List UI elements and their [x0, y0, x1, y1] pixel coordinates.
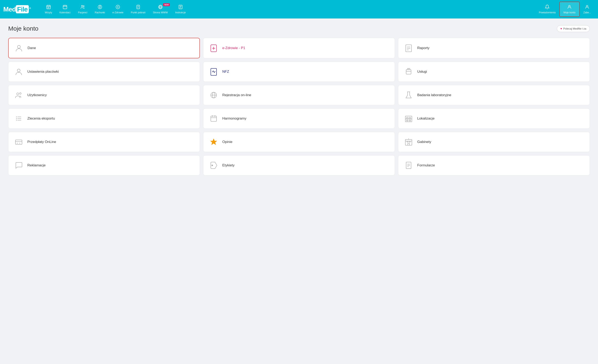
card-etykiety[interactable]: Etykiety — [203, 155, 395, 175]
card-reklamacje[interactable]: Reklamacje — [8, 155, 200, 175]
card-opinie[interactable]: Opinie — [203, 132, 395, 152]
svg-rect-58 — [409, 117, 411, 119]
powiadomienia-label: Powiadomienia — [539, 11, 556, 14]
punkt-pobran-icon — [136, 5, 141, 10]
moje-konto-label: Moje konto — [564, 11, 576, 14]
harmonogramy-label: Harmonogramy — [222, 116, 246, 121]
dane-label: Dane — [28, 46, 36, 50]
nav-moje-konto[interactable]: Moje konto — [559, 2, 580, 17]
card-ezdrowie-p1[interactable]: e-Zdrowie - P1 — [203, 38, 395, 58]
recommend-button[interactable]: ♥ Polecaj Medfile i za — [557, 25, 590, 32]
svg-point-27 — [569, 5, 570, 7]
ustawienia-placowki-label: Ustawienia placówki — [27, 70, 59, 74]
svg-rect-41 — [409, 68, 410, 70]
raporty-label: Raporty — [417, 46, 430, 50]
dane-icon — [14, 44, 24, 52]
nav-zabe[interactable]: Zabe... — [580, 2, 595, 16]
cards-grid: Dane e-Zdrowie - P1 Raporty Ustawienia p… — [8, 38, 590, 175]
gabinety-icon — [404, 138, 413, 146]
przedplaty-icon — [14, 138, 23, 146]
nav-strona-www[interactable]: NEW Strona WWW — [149, 2, 172, 16]
uslugi-label: Usługi — [417, 70, 427, 74]
svg-rect-39 — [406, 70, 411, 74]
svg-marker-66 — [210, 139, 217, 145]
nfz-label: NFZ — [222, 70, 229, 74]
uslugi-icon — [404, 68, 413, 76]
svg-rect-60 — [409, 120, 411, 121]
nav-pacjenci[interactable]: Pacjenci — [74, 2, 91, 16]
punkt-pobran-label: Punkt pobrań — [131, 11, 145, 14]
card-harmonogramy[interactable]: Harmonogramy — [203, 108, 395, 129]
rachunki-icon — [98, 5, 102, 10]
card-uzytkownicy[interactable]: Użytkownicy — [8, 85, 200, 105]
svg-point-10 — [82, 5, 83, 7]
harmonogramy-icon — [209, 114, 218, 123]
nav-rachunki[interactable]: Rachunki — [91, 2, 109, 16]
card-ustawienia-placowki[interactable]: Ustawienia placówki — [8, 62, 200, 82]
svg-rect-70 — [408, 143, 409, 145]
lokalizacje-label: Lokalizacje — [417, 116, 434, 121]
logo-file: File — [16, 5, 29, 13]
opinie-icon — [209, 138, 218, 146]
gabinety-label: Gabinety — [417, 140, 431, 144]
uzytkownicy-icon — [14, 91, 23, 99]
logo-med: Med — [3, 6, 16, 13]
nav-right: Powiadomienia Moje konto Zabe... — [535, 2, 595, 17]
card-badania[interactable]: Badania laboratoryjne — [398, 85, 590, 105]
svg-rect-57 — [407, 117, 408, 119]
zabe-label: Zabe... — [583, 11, 591, 14]
instrukcje-label: Instrukcje — [175, 11, 186, 14]
logo-reg: ® — [29, 7, 31, 9]
badania-icon — [404, 91, 413, 99]
svg-rect-52 — [211, 116, 216, 121]
ezdrowie-p1-label: e-Zdrowie - P1 — [222, 46, 245, 50]
ezdrowie-p1-icon — [209, 44, 218, 52]
formularze-icon — [404, 161, 413, 170]
svg-point-29 — [17, 45, 20, 48]
nav-wizyty[interactable]: Wizyty — [41, 2, 56, 16]
pacjenci-label: Pacjenci — [78, 11, 87, 14]
navbar: MedFile® Wizyty Kalendarz Pacjenci Ra — [0, 0, 598, 18]
card-raporty[interactable]: Raporty — [398, 38, 590, 58]
strona-www-icon — [158, 5, 163, 10]
zabe-icon — [585, 5, 590, 10]
lokalizacje-icon — [404, 114, 413, 123]
svg-rect-67 — [405, 139, 412, 145]
nav-instrukcje[interactable]: Instrukcje — [172, 2, 189, 16]
card-formularze[interactable]: Formularze — [398, 155, 590, 175]
page-header: Moje konto ♥ Polecaj Medfile i za — [8, 25, 590, 32]
card-zlecenia[interactable]: Zlecenia eksportu — [8, 108, 200, 129]
ezdrowie-icon — [115, 5, 120, 10]
logo[interactable]: MedFile® — [3, 6, 36, 13]
reklamacje-icon — [14, 161, 23, 170]
rachunki-label: Rachunki — [95, 11, 105, 14]
svg-point-73 — [212, 165, 213, 166]
zlecenia-icon — [14, 114, 23, 123]
card-lokalizacje[interactable]: Lokalizacje — [398, 108, 590, 129]
svg-point-44 — [19, 93, 21, 94]
nav-kalendarz[interactable]: Kalendarz — [56, 2, 74, 16]
svg-rect-59 — [407, 120, 408, 121]
nav-punkt-pobran[interactable]: Punkt pobrań — [127, 2, 149, 16]
przedplaty-label: Przedpłaty OnLine — [27, 140, 56, 144]
nav-ezdrowie[interactable]: e-Zdrowie — [109, 2, 127, 16]
opinie-label: Opinie — [222, 140, 232, 144]
raporty-icon — [404, 44, 413, 52]
card-dane[interactable]: Dane — [8, 38, 200, 58]
svg-point-28 — [586, 5, 588, 7]
card-przedplaty[interactable]: Przedpłaty OnLine — [8, 132, 200, 152]
recommend-label: Polecaj Medfile i za — [563, 27, 586, 30]
svg-point-11 — [83, 6, 84, 7]
page-title: Moje konto — [8, 25, 38, 32]
main-content: Moje konto ♥ Polecaj Medfile i za Dane e… — [0, 18, 598, 182]
card-gabinety[interactable]: Gabinety — [398, 132, 590, 152]
rejestracja-icon — [209, 91, 218, 99]
ezdrowie-label: e-Zdrowie — [112, 11, 123, 14]
nav-powiadomienia[interactable]: Powiadomienia — [535, 2, 559, 16]
card-rejestracja[interactable]: Rejestracja on-line — [203, 85, 395, 105]
nav-items: Wizyty Kalendarz Pacjenci Rachunki e-Zdr… — [41, 2, 535, 16]
svg-point-43 — [17, 93, 19, 95]
wizyty-icon — [46, 5, 51, 10]
card-nfz[interactable]: NFZ — [203, 62, 395, 82]
card-uslugi[interactable]: Usługi — [398, 62, 590, 82]
